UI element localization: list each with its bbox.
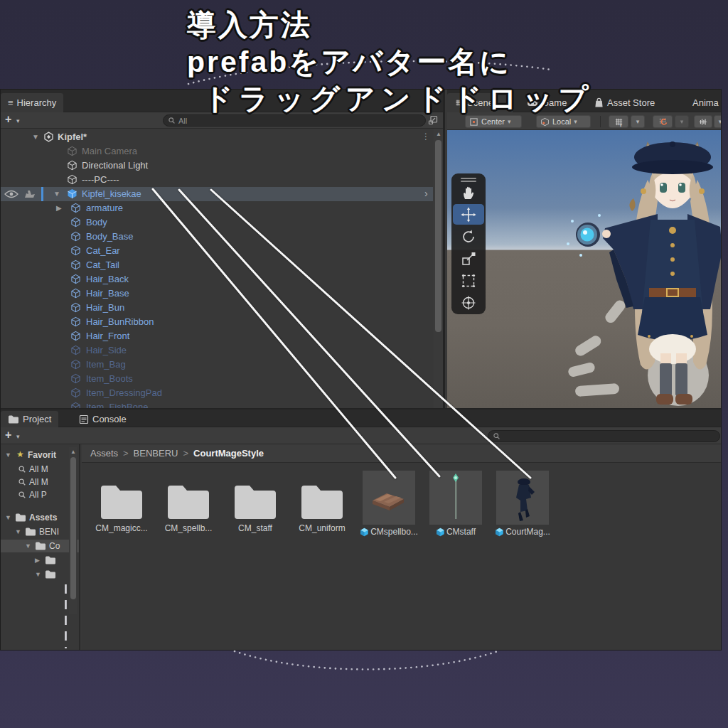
snap-tool-button[interactable] [694, 115, 712, 128]
asset-folder[interactable]: CM_spellb... [156, 473, 221, 533]
hierarchy-item[interactable]: Directional Light [1, 159, 433, 173]
hierarchy-item-label: Main Camera [82, 146, 137, 156]
snap-tool-dropdown-button[interactable]: ▾ [714, 115, 722, 128]
cube-icon [67, 146, 77, 156]
expand-icon[interactable]: ▼ [5, 451, 11, 459]
expand-icon[interactable]: ▼ [15, 528, 21, 535]
expand-icon[interactable]: ▶ [56, 204, 62, 212]
tab-project[interactable]: Project [1, 411, 58, 427]
favorites-item-label: All M [29, 477, 48, 487]
scroll-up-icon[interactable]: ▲ [436, 131, 441, 137]
unity-editor-window: ≡ Hierarchy + ▾ All ▼ Kipfel* ⋮ Main Cam… [0, 89, 722, 651]
folder-icon [35, 541, 46, 551]
breadcrumb-assets[interactable]: Assets [90, 448, 118, 459]
scroll-up-icon[interactable]: ▲ [70, 449, 76, 455]
hierarchy-item[interactable]: Hair_Base [1, 287, 433, 301]
hierarchy-item[interactable]: Body_Base [1, 230, 433, 244]
tab-hierarchy-label: Hierarchy [17, 97, 57, 108]
prefab-cube-icon [495, 528, 504, 537]
eye-icon[interactable] [4, 190, 18, 198]
hierarchy-item[interactable]: ▶ armature [1, 201, 433, 215]
tree-item-label: Co [49, 541, 60, 551]
breadcrumb-current: CourtMageStyle [193, 448, 264, 459]
asset-folder[interactable]: CM_uniform [289, 473, 355, 533]
expand-icon[interactable]: ▼ [32, 133, 39, 141]
tab-console[interactable]: Console [72, 411, 134, 427]
prefab-thumbnail-spellbook [363, 471, 415, 525]
folder-icon [45, 569, 56, 579]
project-toolbar: + ▾ [1, 427, 722, 444]
hierarchy-item[interactable]: Hair_Bun [1, 301, 433, 315]
grid-icon [614, 117, 624, 127]
hierarchy-item[interactable]: Hair_Side [1, 343, 433, 358]
prefab-open-chevron[interactable]: › [424, 188, 428, 199]
hierarchy-item[interactable]: ----PC---- [1, 173, 433, 187]
overflow-icon[interactable]: ⋮ [422, 132, 430, 141]
snap-tool-icon [698, 117, 708, 127]
hierarchy-item[interactable]: Item_Bag [1, 358, 433, 372]
hierarchy-item[interactable]: Hair_Back [1, 272, 433, 287]
expand-icon[interactable]: ▼ [35, 571, 41, 578]
tab-animator[interactable]: Anima [682, 93, 722, 112]
project-search-input[interactable] [488, 430, 720, 442]
grid-visibility-button[interactable] [609, 115, 628, 128]
asset-folder[interactable]: CM_staff [223, 473, 288, 533]
expand-icon[interactable]: ▶ [35, 557, 40, 564]
create-dropdown-icon[interactable]: ▾ [16, 433, 20, 440]
hierarchy-root-row[interactable]: ▼ Kipfel* ⋮ [1, 130, 433, 144]
scrollbar-thumb[interactable] [435, 140, 441, 332]
hierarchy-item[interactable]: Item_FishBone [1, 400, 433, 408]
tree-scrollbar[interactable]: ▲ [69, 447, 77, 614]
expand-icon[interactable]: ▼ [53, 190, 60, 198]
project-create-button[interactable]: + [5, 429, 11, 441]
asset-label: CM_spellb... [165, 523, 213, 533]
hierarchy-item[interactable]: Item_DressingPad [1, 386, 433, 400]
rect-tool-button[interactable] [453, 270, 484, 291]
rect-icon [460, 272, 477, 289]
star-icon: ★ [16, 449, 24, 459]
scene-viewport[interactable] [447, 130, 722, 408]
move-tool-button[interactable] [453, 204, 484, 225]
breadcrumb-separator: > [123, 448, 129, 459]
hierarchy-item[interactable]: Item_Boots [1, 372, 433, 386]
expand-icon[interactable]: ▼ [5, 514, 11, 521]
asset-prefab[interactable]: CMstaff [423, 471, 488, 537]
asset-folder[interactable]: CM_magicc... [89, 473, 154, 533]
project-content: Assets > BENBERU > CourtMageStyle CM_mag… [82, 444, 722, 651]
hand-tool-button[interactable] [453, 182, 484, 203]
hierarchy-item[interactable]: Main Camera [1, 144, 433, 159]
hierarchy-item-selected[interactable]: ▼ Kipfel_kisekae › [1, 187, 433, 201]
hierarchy-item-label: Item_Bag [86, 359, 126, 370]
cube-icon [70, 245, 81, 256]
hierarchy-item[interactable]: Hair_BunRibbon [1, 315, 433, 329]
hierarchy-scrollbar[interactable]: ▲ [434, 129, 443, 408]
breadcrumb-benberu[interactable]: BENBERU [134, 448, 178, 459]
favorites-item-label: All P [29, 490, 47, 500]
hierarchy-item-label: Body [86, 217, 107, 228]
hierarchy-item-label: Cat_Ear [86, 245, 120, 256]
snap-increment-button[interactable] [653, 115, 673, 128]
tab-hierarchy[interactable]: ≡ Hierarchy [1, 93, 63, 112]
caption-line3: ドラッグアンドドロップ [203, 80, 594, 119]
cube-icon [70, 387, 81, 398]
asset-prefab[interactable]: CourtMag... [490, 471, 555, 537]
hierarchy-item[interactable]: Cat_Ear [1, 244, 433, 258]
hand-icon [460, 184, 477, 201]
pick-hand-icon[interactable] [23, 189, 37, 199]
hierarchy-item[interactable]: Hair_Front [1, 329, 433, 343]
grid-dropdown-button[interactable]: ▾ [631, 115, 645, 128]
transform-tool-button[interactable] [453, 292, 484, 313]
snap-dropdown-button[interactable]: ▾ [675, 115, 689, 128]
hierarchy-item[interactable]: Cat_Tail [1, 258, 433, 272]
palette-drag-handle[interactable] [461, 178, 476, 179]
rotate-tool-button[interactable] [453, 226, 484, 247]
expand-icon[interactable]: ▼ [25, 542, 31, 550]
create-dropdown-icon[interactable]: ▾ [16, 117, 20, 124]
asset-prefab[interactable]: CMspellbo... [356, 471, 422, 537]
tab-asset-store[interactable]: Asset Store [587, 93, 662, 112]
scrollbar-thumb[interactable] [70, 457, 76, 599]
create-button[interactable]: + [5, 113, 11, 126]
hierarchy-item[interactable]: Body [1, 215, 433, 230]
snap-increment-icon [658, 117, 668, 127]
scale-tool-button[interactable] [453, 248, 484, 269]
